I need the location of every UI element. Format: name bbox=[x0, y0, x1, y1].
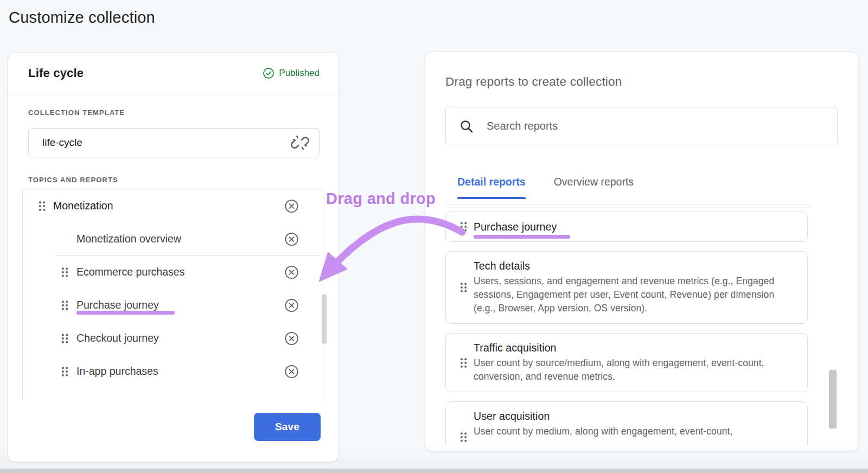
x-circle-icon bbox=[284, 199, 299, 213]
topic-row-label: Monetization overview bbox=[76, 233, 181, 245]
report-card[interactable]: Tech details Users, sessions, and engage… bbox=[445, 251, 808, 324]
report-card-title: Purchase journey bbox=[474, 221, 557, 233]
topic-row-label: In-app purchases bbox=[76, 365, 158, 378]
topics-and-reports-label: TOPICS AND REPORTS bbox=[28, 176, 118, 184]
collection-editor-card: Life cycle Published COLLECTION TEMPLATE… bbox=[8, 52, 339, 462]
drag-handle-icon[interactable] bbox=[61, 333, 69, 344]
drag-handle-icon[interactable] bbox=[61, 299, 69, 311]
purple-highlight-underline bbox=[474, 235, 570, 239]
x-circle-icon bbox=[284, 232, 299, 246]
remove-button[interactable] bbox=[284, 199, 299, 213]
report-card-description: User count by source/medium, along with … bbox=[474, 356, 794, 383]
x-circle-icon bbox=[284, 298, 299, 312]
x-circle-icon bbox=[284, 265, 299, 279]
x-circle-icon bbox=[284, 364, 299, 379]
drag-handle-icon[interactable] bbox=[61, 266, 69, 278]
report-card[interactable]: Traffic acquisition User count by source… bbox=[445, 333, 808, 392]
topics-list: Monetization Monetization overview Ecomm… bbox=[22, 189, 322, 400]
report-card-description: User count by medium, along with engagem… bbox=[474, 425, 794, 438]
report-card-title: Tech details bbox=[474, 260, 794, 272]
remove-button[interactable] bbox=[284, 265, 299, 279]
collection-title: Life cycle bbox=[28, 66, 84, 80]
remove-button[interactable] bbox=[284, 331, 299, 346]
report-card-title: User acquisition bbox=[474, 410, 794, 423]
report-card-description: Users, sessions, and engagement and reve… bbox=[474, 274, 794, 315]
drag-handle-icon[interactable] bbox=[61, 366, 69, 377]
remove-button[interactable] bbox=[284, 298, 299, 312]
report-tabs: Detail reports Overview reports bbox=[457, 176, 634, 199]
remove-button[interactable] bbox=[284, 232, 299, 246]
search-input[interactable] bbox=[487, 108, 823, 144]
report-library-title: Drag reports to create collection bbox=[445, 75, 622, 89]
drag-handle-icon[interactable] bbox=[459, 221, 468, 233]
tabs-divider bbox=[445, 204, 812, 205]
x-circle-icon bbox=[284, 331, 299, 346]
search-icon bbox=[459, 119, 474, 134]
page-title: Customize collection bbox=[9, 9, 155, 27]
topic-row-label: Checkout journey bbox=[76, 332, 159, 344]
topic-row-label: Monetization bbox=[53, 200, 113, 212]
topic-row[interactable]: Purchase journey bbox=[23, 289, 322, 322]
reports-list: Purchase journey Tech details Users, ses… bbox=[445, 212, 808, 445]
save-button[interactable]: Save bbox=[254, 413, 321, 441]
collection-template-input[interactable] bbox=[28, 128, 320, 157]
topic-row-label: Purchase journey bbox=[76, 299, 159, 311]
collection-template-label: COLLECTION TEMPLATE bbox=[28, 108, 125, 117]
report-tab[interactable]: Overview reports bbox=[554, 176, 634, 199]
window-bottom-edge bbox=[0, 469, 868, 473]
reports-scrollbar-thumb[interactable] bbox=[829, 370, 837, 429]
topics-scrollbar-thumb[interactable] bbox=[322, 294, 327, 344]
drag-handle-icon[interactable] bbox=[459, 432, 468, 443]
drag-handle-icon[interactable] bbox=[38, 200, 46, 212]
topic-row[interactable]: In-app purchases bbox=[23, 355, 322, 388]
topic-row[interactable]: Checkout journey bbox=[23, 322, 322, 355]
collection-header: Life cycle Published bbox=[8, 53, 339, 94]
search-box bbox=[445, 107, 838, 145]
purple-highlight-underline bbox=[76, 311, 175, 315]
drag-and-drop-annotation: Drag and drop bbox=[326, 190, 436, 208]
published-badge: Published bbox=[263, 67, 320, 79]
drag-handle-icon[interactable] bbox=[459, 282, 468, 293]
report-tab[interactable]: Detail reports bbox=[457, 176, 526, 199]
topic-row[interactable]: Monetization bbox=[23, 189, 322, 222]
topic-row[interactable]: Monetization overview bbox=[23, 222, 322, 255]
report-library-card: Drag reports to create collection Detail… bbox=[425, 52, 859, 451]
report-card[interactable]: Purchase journey bbox=[445, 212, 808, 242]
topic-row-label: Ecommerce purchases bbox=[76, 266, 184, 278]
report-card[interactable]: User acquisition User count by medium, a… bbox=[445, 401, 808, 445]
drag-handle-icon[interactable] bbox=[459, 357, 468, 368]
check-circle-icon bbox=[263, 67, 275, 79]
topic-row[interactable]: Ecommerce purchases bbox=[23, 255, 322, 289]
report-card-title: Traffic acquisition bbox=[474, 342, 794, 354]
published-label: Published bbox=[279, 68, 320, 79]
link-off-icon[interactable] bbox=[290, 133, 310, 152]
remove-button[interactable] bbox=[284, 364, 299, 379]
